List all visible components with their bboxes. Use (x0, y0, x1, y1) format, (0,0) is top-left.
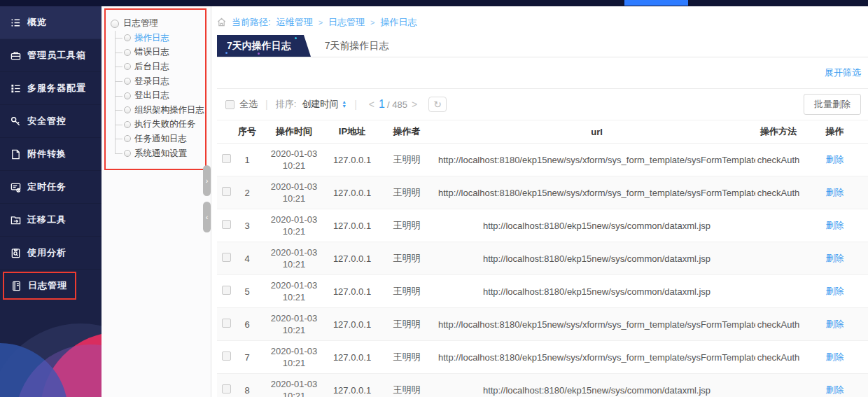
breadcrumb-item-3[interactable]: 操作日志 (381, 16, 417, 29)
current-page[interactable]: 1 (379, 98, 385, 111)
table-row: 2 2020-01-03 10:21 127.0.0.1 王明明 http://… (217, 176, 868, 209)
cell-time: 2020-01-03 10:21 (259, 308, 329, 341)
delete-link[interactable]: 删除 (826, 319, 844, 329)
delete-link[interactable]: 删除 (826, 253, 844, 263)
cell-method: checkAuth (755, 176, 802, 209)
col-action: 操作 (802, 120, 868, 144)
tree-item[interactable]: 后台日志 (115, 60, 204, 74)
row-checkbox[interactable] (222, 220, 231, 229)
tree-item[interactable]: 操作日志 (115, 31, 204, 46)
tree-root-node[interactable]: 日志管理 (111, 16, 204, 31)
tree-item-label: 错误日志 (134, 46, 169, 58)
prev-page-button[interactable]: < (369, 99, 374, 110)
tab-before-7-days[interactable]: 7天前操作日志 (315, 35, 399, 57)
sidebar-item[interactable]: 定时任务 (0, 171, 102, 204)
collapse-left-handle[interactable]: ‹ (203, 202, 211, 232)
tree-item[interactable]: 组织架构操作日志 (115, 103, 204, 118)
sidebar-items: 概览 管理员工具箱 多服务器配置 安全管控 附件转换 定时任务 迁移工具 使用分… (0, 6, 102, 300)
delete-link[interactable]: 删除 (826, 351, 844, 362)
tree-node-icon (124, 121, 131, 128)
next-page-button[interactable]: > (412, 99, 417, 110)
tree-item[interactable]: 执行失败的任务 (115, 118, 204, 132)
refresh-button[interactable]: ↻ (428, 97, 447, 112)
cell-ip: 127.0.0.1 (329, 374, 375, 397)
expand-filter-link[interactable]: 展开筛选 (825, 67, 861, 79)
table-row: 7 2020-01-03 10:21 127.0.0.1 王明明 http://… (217, 341, 868, 374)
sidebar-item[interactable]: 日志管理 (3, 272, 76, 300)
sidebar-item[interactable]: 附件转换 (0, 138, 102, 171)
collapse-right-handle[interactable]: › (203, 165, 211, 196)
cell-operator: 王明明 (375, 242, 438, 275)
sidebar-item[interactable]: 迁移工具 (0, 204, 102, 237)
tabs: 7天内操作日志 7天前操作日志 (217, 36, 868, 57)
cell-clock-line: 10:21 (259, 291, 329, 303)
sidebar-item-label: 安全管控 (27, 115, 66, 127)
cell-operator: 王明明 (375, 209, 438, 242)
breadcrumb-item-2[interactable]: 日志管理 (328, 16, 365, 29)
cell-method: checkAuth (755, 308, 802, 341)
batch-delete-button[interactable]: 批量删除 (804, 94, 861, 115)
tree-item[interactable]: 错误日志 (115, 46, 204, 60)
cell-no: 5 (235, 275, 259, 308)
delete-link[interactable]: 删除 (826, 384, 844, 395)
breadcrumb-item-1[interactable]: 运维管理 (276, 16, 313, 29)
row-checkbox[interactable] (222, 253, 231, 262)
cell-ip: 127.0.0.1 (329, 308, 375, 341)
cell-ip: 127.0.0.1 (329, 144, 375, 176)
list-toolbar: 全选 | 排序: 创建时间 ▲▼ | < 1 / 485 > ↻ 批量删除 (217, 89, 868, 120)
sort-direction-icon[interactable]: ▲▼ (342, 100, 346, 109)
cell-no: 7 (235, 341, 259, 374)
cell-method (755, 242, 802, 275)
tree-item-label: 操作日志 (134, 32, 169, 44)
select-all-checkbox[interactable] (225, 100, 234, 109)
sidebar-item[interactable]: 管理员工具箱 (0, 39, 102, 72)
row-checkbox[interactable] (222, 286, 231, 295)
cell-ip: 127.0.0.1 (329, 242, 375, 275)
row-checkbox[interactable] (222, 384, 231, 393)
row-checkbox[interactable] (222, 187, 231, 196)
filter-row: 展开筛选 (217, 57, 868, 89)
tree-item-label: 执行失败的任务 (134, 118, 196, 130)
row-checkbox[interactable] (222, 154, 231, 163)
row-checkbox[interactable] (222, 319, 231, 328)
delete-link[interactable]: 删除 (826, 220, 844, 230)
sidebar-item[interactable]: 概览 (0, 6, 102, 39)
breadcrumb-prefix: 当前路径: (232, 16, 271, 29)
toolbar-divider: | (265, 99, 268, 110)
cell-method (755, 374, 802, 397)
delete-link[interactable]: 删除 (826, 154, 844, 165)
cell-time: 2020-01-03 10:21 (259, 275, 329, 308)
sidebar-item[interactable]: 使用分析 (0, 237, 102, 270)
tree-item[interactable]: 任务通知日志 (115, 132, 204, 146)
cell-operator: 王明明 (375, 275, 438, 308)
col-url: url (438, 120, 755, 144)
sort-field[interactable]: 创建时间 (302, 98, 338, 111)
tab-label: 7天内操作日志 (227, 40, 291, 51)
toolbar-divider: | (354, 99, 357, 110)
tree-item[interactable]: 登录日志 (115, 74, 204, 89)
cell-url: http://localhost:8180/ekp15new/sys/commo… (438, 374, 755, 397)
row-checkbox[interactable] (222, 351, 231, 361)
col-operator: 操作者 (375, 120, 438, 144)
delete-link[interactable]: 删除 (826, 187, 844, 197)
tree-item[interactable]: 系统通知设置 (115, 146, 204, 161)
sidebar-item[interactable]: 多服务器配置 (0, 72, 102, 105)
sidebar-item[interactable]: 安全管控 (0, 105, 102, 138)
tab-recent-7-days[interactable]: 7天内操作日志 (217, 35, 301, 57)
col-ip: IP地址 (329, 120, 375, 144)
breadcrumb: 当前路径: 运维管理 > 日志管理 > 操作日志 (217, 6, 868, 29)
tree-node-icon (124, 106, 131, 113)
table-row: 5 2020-01-03 10:21 127.0.0.1 王明明 http://… (217, 275, 868, 308)
cell-date-line: 2020-01-03 (259, 378, 329, 390)
sidebar-item-label: 附件转换 (27, 148, 66, 160)
cell-clock-line: 10:21 (259, 193, 329, 204)
migration-tool-icon (10, 214, 21, 225)
log-table: 序号 操作时间 IP地址 操作者 url 操作方法 操作 1 2020-01-0… (217, 120, 868, 397)
cell-ip: 127.0.0.1 (329, 275, 375, 308)
delete-link[interactable]: 删除 (826, 286, 844, 296)
tree-node-icon (124, 49, 131, 56)
cell-no: 6 (235, 308, 259, 341)
breadcrumb-separator: > (370, 18, 374, 27)
tree-item[interactable]: 登出日志 (115, 88, 204, 103)
cell-date-line: 2020-01-03 (259, 312, 329, 324)
